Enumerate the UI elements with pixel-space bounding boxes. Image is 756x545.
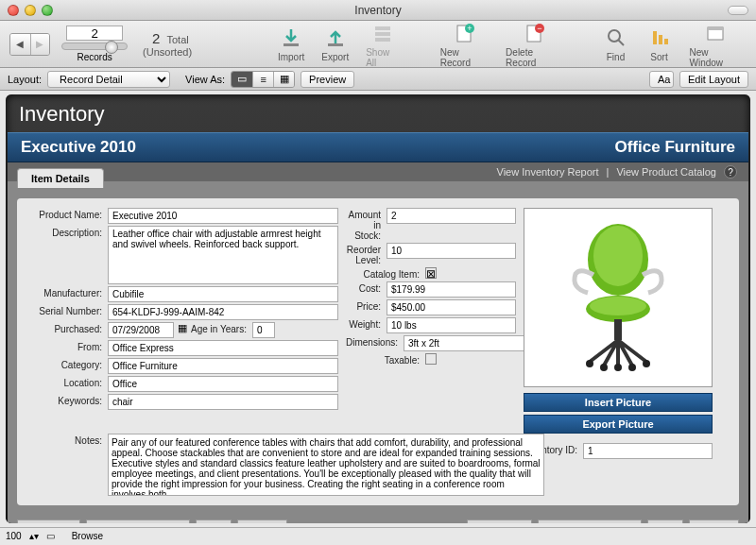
window-title: Inventory	[0, 4, 756, 17]
export-picture-button[interactable]: Export Picture	[524, 415, 713, 434]
product-name-field[interactable]	[108, 208, 338, 224]
stock-label: Amount in Stock:	[346, 208, 387, 241]
view-report-link[interactable]: View Inventory Report	[497, 166, 599, 178]
new-window-icon[interactable]	[702, 21, 729, 45]
view-mode-buttons: ▭ ≡ ▦	[231, 71, 295, 88]
keywords-field[interactable]	[108, 394, 338, 410]
svg-rect-15	[664, 39, 668, 44]
svg-point-23	[586, 360, 593, 367]
svg-rect-0	[284, 43, 299, 46]
svg-point-25	[614, 364, 622, 371]
catalog-item-checkbox[interactable]	[425, 267, 437, 279]
total-label: Total (Unsorted)	[143, 34, 192, 58]
view-as-label: View As:	[185, 74, 225, 85]
new-record-icon[interactable]: +	[451, 21, 477, 45]
text-format-button[interactable]: Aa	[649, 71, 674, 88]
serial-label: Serial Number:	[26, 304, 108, 316]
svg-point-24	[600, 364, 608, 371]
status-bar: 100 ▴▾ ▭ Browse	[0, 527, 756, 544]
insert-picture-button[interactable]: Insert Picture	[524, 393, 713, 412]
link-bar: View Inventory Report | View Product Cat…	[8, 162, 748, 181]
manufacturer-field[interactable]	[108, 286, 338, 302]
zoom-level[interactable]: 100	[6, 531, 22, 541]
weight-field[interactable]	[387, 317, 516, 333]
created-date-label: Date:	[196, 519, 232, 523]
taxable-label: Taxable:	[346, 353, 425, 366]
record-footer: Created By: Jason Malone Date: 08/26/08 …	[8, 516, 748, 523]
from-label: From:	[26, 340, 108, 352]
product-image-box[interactable]	[524, 208, 713, 387]
record-name: Executive 2010	[21, 138, 136, 157]
find-icon[interactable]	[603, 26, 629, 50]
purchased-label: Purchased:	[26, 322, 108, 334]
reorder-label: Reorder Level:	[346, 243, 387, 265]
location-field[interactable]	[108, 376, 338, 392]
view-catalog-link[interactable]: View Product Catalog	[616, 166, 716, 178]
notes-label: Notes:	[26, 434, 108, 446]
export-icon[interactable]	[322, 26, 349, 50]
category-field[interactable]	[108, 358, 338, 374]
new-record-label: New Record	[440, 47, 489, 68]
svg-rect-3	[375, 32, 390, 36]
layout-select[interactable]: Record Detail	[47, 71, 170, 88]
created-by-value: Jason Malone	[86, 519, 190, 523]
record-slider[interactable]	[61, 43, 128, 50]
svg-point-21	[590, 297, 646, 315]
dimensions-label: Dimensions:	[346, 335, 404, 348]
layout-bar: Layout: Record Detail View As: ▭ ≡ ▦ Pre…	[0, 68, 756, 91]
created-by-label: Created By:	[17, 519, 80, 523]
next-record-button[interactable]: ▶	[30, 34, 50, 55]
svg-point-27	[643, 360, 650, 367]
location-label: Location:	[26, 376, 108, 388]
records-label: Records	[77, 52, 112, 62]
stock-field[interactable]	[387, 208, 516, 224]
svg-rect-14	[659, 35, 662, 44]
view-list-button[interactable]: ≡	[252, 72, 273, 87]
chair-image	[552, 222, 684, 373]
price-label: Price:	[346, 299, 387, 312]
svg-rect-22	[614, 319, 622, 340]
inventory-id-field[interactable]	[583, 443, 713, 459]
product-name-label: Product Name:	[26, 208, 108, 220]
purchased-field[interactable]	[108, 322, 174, 338]
svg-text:−: −	[537, 24, 541, 33]
reorder-field[interactable]	[387, 243, 516, 259]
view-form-button[interactable]: ▭	[232, 72, 252, 87]
total-count: 2	[152, 30, 160, 46]
toolbar-toggle-icon[interactable]	[728, 6, 748, 15]
cost-field[interactable]	[387, 281, 516, 298]
view-table-button[interactable]: ▦	[273, 72, 294, 87]
zoom-stepper-icon[interactable]: ▴▾	[29, 531, 39, 541]
delete-record-icon[interactable]: −	[521, 21, 547, 45]
svg-text:+: +	[468, 24, 472, 33]
edit-layout-button[interactable]: Edit Layout	[679, 71, 748, 88]
preview-button[interactable]: Preview	[301, 71, 354, 88]
svg-rect-1	[328, 43, 343, 46]
prev-record-button[interactable]: ◀	[10, 34, 30, 55]
status-tools-icon[interactable]: ▭	[46, 531, 55, 541]
dimensions-field[interactable]	[404, 335, 533, 351]
sort-label: Sort	[650, 52, 667, 62]
layout-label: Layout:	[8, 74, 42, 85]
modified-date-label: Date:	[647, 519, 683, 523]
from-field[interactable]	[108, 340, 338, 356]
notes-field[interactable]: Pair any of our featured conference tabl…	[108, 434, 544, 496]
description-field[interactable]: Leather office chair with adjustable arm…	[108, 226, 338, 284]
export-label: Export	[321, 52, 349, 62]
page-title: Inventory	[8, 96, 748, 132]
sort-icon[interactable]	[646, 26, 673, 50]
serial-field[interactable]	[108, 304, 338, 320]
current-record-input[interactable]	[66, 26, 123, 41]
help-icon[interactable]: ?	[724, 165, 737, 179]
import-icon[interactable]	[278, 26, 304, 50]
main-toolbar: ◀ ▶ Records 2 Total (Unsorted) Import Ex…	[0, 21, 756, 68]
description-label: Description:	[26, 226, 108, 238]
taxable-checkbox[interactable]	[425, 353, 437, 365]
weight-label: Weight:	[346, 317, 387, 330]
age-field[interactable]	[252, 322, 275, 338]
window-titlebar: Inventory	[0, 0, 756, 21]
tab-item-details[interactable]: Item Details	[17, 168, 104, 188]
price-field[interactable]	[387, 299, 516, 315]
calendar-icon[interactable]: ▦	[174, 322, 191, 334]
details-card: Product Name: Description:Leather office…	[17, 198, 739, 505]
